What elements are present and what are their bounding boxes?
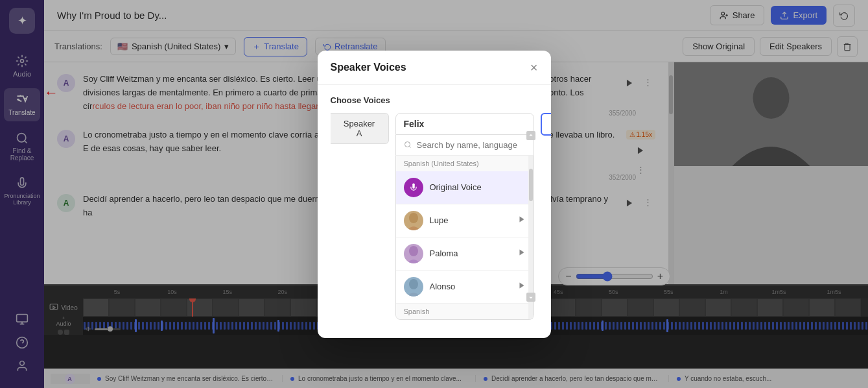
modal-overlay: Speaker Voices × Choose Voices Speaker A… <box>0 0 868 388</box>
voice-avatar-original <box>404 178 423 197</box>
svg-point-36 <box>409 246 418 256</box>
speaker-voices-modal: Speaker Voices × Choose Voices Speaker A… <box>318 51 551 338</box>
paloma-play-button[interactable] <box>518 249 526 258</box>
scroll-down-indicator[interactable] <box>526 293 535 302</box>
lupe-play-button[interactable] <box>518 215 526 225</box>
voice-item-original[interactable]: Original Voice <box>396 171 534 204</box>
voice-item-alonso[interactable]: Alonso <box>396 271 534 304</box>
voice-section-header-us: Spanish (United States) <box>396 156 534 171</box>
svg-marker-39 <box>519 283 524 289</box>
selected-voice-name: Felix <box>404 119 425 129</box>
svg-point-38 <box>409 279 418 289</box>
voice-item-paloma[interactable]: Paloma <box>396 237 534 271</box>
voice-search-input[interactable] <box>417 140 526 150</box>
voice-selector-panel: Felix ← <box>395 113 534 320</box>
voice-name-lupe: Lupe <box>430 215 511 225</box>
voice-search <box>395 135 534 156</box>
scroll-up-indicator[interactable] <box>526 131 535 140</box>
search-icon <box>404 141 412 149</box>
add-speaker-button[interactable]: Add Speaker <box>541 113 551 136</box>
modal-title: Speaker Voices <box>331 62 406 73</box>
voice-item-lupe[interactable]: Lupe <box>396 204 534 237</box>
svg-marker-35 <box>519 217 524 223</box>
felix-selected-header: Felix ← <box>395 113 534 135</box>
choose-voices-title: Choose Voices <box>331 95 538 105</box>
voice-name-original: Original Voice <box>430 182 526 192</box>
voice-name-alonso: Alonso <box>430 282 511 291</box>
speaker-tab-wrapper: Speaker A <box>331 113 389 144</box>
voice-section-header-es: Spanish <box>396 304 534 319</box>
alonso-play-button[interactable] <box>518 282 526 291</box>
svg-point-32 <box>405 142 410 147</box>
speaker-a-tab[interactable]: Speaker A <box>331 113 389 144</box>
voice-avatar-alonso <box>404 277 423 297</box>
modal-body: Choose Voices Speaker A Felix ← <box>318 85 551 338</box>
svg-marker-37 <box>519 250 524 256</box>
modal-header: Speaker Voices × <box>318 51 551 85</box>
svg-line-33 <box>409 146 410 147</box>
voice-list: Spanish (United States) Original Voice <box>395 156 534 320</box>
voice-name-paloma: Paloma <box>430 249 511 258</box>
voice-avatar-paloma <box>404 244 423 263</box>
voice-avatar-lupe <box>404 211 423 230</box>
svg-point-34 <box>409 213 418 223</box>
modal-close-button[interactable]: × <box>530 61 538 74</box>
